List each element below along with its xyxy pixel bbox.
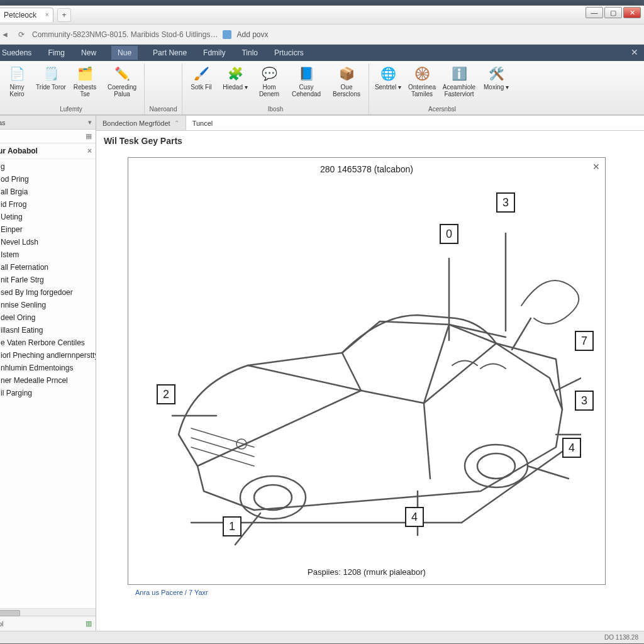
ribbon-tab-active[interactable]: Nue <box>111 46 138 60</box>
chevron-down-icon[interactable]: ⌃ <box>174 119 179 126</box>
sidebar-section[interactable]: ur Aobabol × <box>0 143 96 159</box>
sidebar-item[interactable]: all Feternation <box>0 261 96 274</box>
breadcrumb[interactable]: Community-5823NMG-8015. Maribids Stod-6 … <box>32 30 218 39</box>
sidebar-item[interactable]: nit Farle Strg <box>0 274 96 286</box>
content-tab[interactable]: Bondection Megrfödet ⌃ <box>96 116 186 130</box>
sidebar-item[interactable]: Nevel Ldsh <box>0 236 96 248</box>
status-bar: DO 1138.28 <box>0 631 644 643</box>
sidebar-item[interactable]: illasnl Eating <box>0 324 96 336</box>
minimize-button[interactable]: — <box>586 7 603 18</box>
window-controls: — ▢ ✕ <box>586 7 641 18</box>
sidebar-item[interactable]: od Pring <box>0 173 96 186</box>
callout-4a[interactable]: 4 <box>562 438 581 458</box>
ribbon-group-label: Lufemty <box>60 104 82 114</box>
ribbon-tab[interactable]: Fdmily <box>202 46 226 60</box>
ribbon-group-label: Ibosh <box>268 104 283 114</box>
sidebar-item[interactable]: all Brgia <box>0 186 96 198</box>
svg-line-15 <box>512 318 531 350</box>
maximize-button[interactable]: ▢ <box>604 7 622 18</box>
titlebar: Petcleock × + — ▢ ✕ <box>0 6 644 25</box>
pager-link[interactable]: Anra us Pacere / 7 Yaxr <box>128 585 628 602</box>
sidebar-item[interactable]: iorl Pneching andlernnperstty <box>0 349 96 362</box>
back-icon[interactable]: ◄ <box>0 29 11 40</box>
sidebar-item[interactable]: e Vaten Rerbore Centiles <box>0 336 96 349</box>
ribbon-button[interactable]: 💬Hom Denem <box>254 64 284 99</box>
ribbon-close-icon[interactable]: ✕ <box>631 47 638 57</box>
ribbon-tab[interactable]: New <box>80 46 97 60</box>
ribbon-tab[interactable]: Tinlo <box>240 46 259 60</box>
new-tab-button[interactable]: + <box>57 8 71 22</box>
content-search[interactable] <box>186 116 644 130</box>
content-tab-strip: Bondection Megrfödet ⌃ <box>96 116 644 131</box>
close-icon[interactable]: × <box>87 147 92 155</box>
ribbon: 📄Nimy Keiro 🗒️Tride Toror 🗂️Rebests Tse … <box>0 61 644 115</box>
sidebar-item[interactable]: sed By Img forgedoer <box>0 286 96 299</box>
callout-0[interactable]: 0 <box>440 224 458 244</box>
grid-icon[interactable]: ▦ <box>86 132 92 140</box>
ribbon-button[interactable]: 🗂️Rebests Tse <box>70 64 100 99</box>
comment-icon: 💬 <box>260 65 278 82</box>
svg-line-1 <box>462 447 569 523</box>
sidebar-item[interactable]: g <box>0 160 96 173</box>
book-icon: 📘 <box>297 65 315 82</box>
ribbon-button[interactable]: 📄Nimy Keiro <box>2 64 32 99</box>
brush-icon: 🖌️ <box>192 65 210 82</box>
sidebar-scrollbar[interactable] <box>0 608 96 616</box>
ribbon-group: 🖌️Sotk Fil 🧩Hiedad ▾ 💬Hom Denem 📘Cusy Ce… <box>182 64 369 114</box>
sidebar-item[interactable]: id Frrog <box>0 198 96 211</box>
sidebar-item[interactable]: deel Oring <box>0 311 96 324</box>
search-input[interactable] <box>192 119 638 127</box>
sidebar-item[interactable]: Istem <box>0 248 96 261</box>
ribbon-button[interactable]: 🖌️Sotk Fil <box>186 64 216 99</box>
panel-toggle-icon[interactable]: ▥ <box>86 619 92 628</box>
info-icon: ℹ️ <box>450 65 468 82</box>
ribbon-tab[interactable]: Part Nene <box>152 46 188 60</box>
callout-3b[interactable]: 3 <box>575 391 594 411</box>
ribbon-tab[interactable]: Fimg <box>47 46 66 60</box>
status-text: DO 1138.28 <box>604 634 638 641</box>
plus-icon: + <box>62 11 67 19</box>
chevron-down-icon[interactable]: ▾ <box>88 118 92 126</box>
ribbon-button[interactable]: 🛞Onterinea Tamiles <box>407 64 437 99</box>
close-button[interactable]: ✕ <box>623 7 641 18</box>
add-post-link[interactable]: Add povx <box>236 30 268 39</box>
sidebar-item[interactable]: nhlumin Edmentoings <box>0 362 96 374</box>
svg-point-5 <box>465 445 528 487</box>
parts-diagram[interactable]: ✕ 280 1465378 (talcabon) <box>128 157 606 585</box>
ribbon-button[interactable]: 🛠️Moxing ▾ <box>481 64 511 99</box>
tab-close-icon[interactable]: × <box>45 11 49 18</box>
note-icon: 🗒️ <box>42 65 60 82</box>
sidebar-item[interactable]: Einper <box>0 223 96 236</box>
ribbon-button[interactable]: ℹ️Aceamhiole Fasterviort <box>441 64 477 99</box>
ribbon-button[interactable]: ✏️Coereding Palua <box>104 64 140 99</box>
callout-3a[interactable]: 3 <box>496 192 515 213</box>
callout-7[interactable]: 7 <box>575 331 594 351</box>
sidebar-footer[interactable]: ol ▥ <box>0 616 96 631</box>
diagram-wrap: ✕ 280 1465378 (talcabon) <box>96 151 644 631</box>
reload-icon[interactable]: ⟳ <box>16 29 27 40</box>
ribbon-tab[interactable]: Suedens <box>1 46 33 60</box>
sidebar-item[interactable]: Ueting <box>0 211 96 223</box>
ribbon-tab[interactable]: Prtucicrs <box>273 46 305 60</box>
ribbon-button[interactable]: 🧩Hiedad ▾ <box>220 64 250 99</box>
callout-1[interactable]: 1 <box>223 516 242 536</box>
ribbon-button[interactable]: 📘Cusy Cehendad <box>288 64 325 99</box>
ribbon-group-label: Naeroand <box>150 104 177 114</box>
browser-tab[interactable]: Petcleock × <box>0 8 53 22</box>
svg-point-6 <box>477 453 515 479</box>
callout-2[interactable]: 2 <box>157 384 175 404</box>
ribbon-group: Naeroand <box>145 64 182 114</box>
sidebar-item[interactable]: ner Medealle Prncel <box>0 374 96 387</box>
sidebar-item[interactable]: il Parging <box>0 387 96 399</box>
sidebar-list[interactable]: god Pringall Brgiaid FrrogUetingEinperNe… <box>0 159 96 608</box>
ribbon-button[interactable]: 🌐Sentrtel ▾ <box>373 64 403 99</box>
ribbon-button[interactable]: 🗒️Tride Toror <box>36 64 66 99</box>
ribbon-button[interactable]: 📦Oue Bersclons <box>328 64 365 99</box>
sidebar-header[interactable]: as ▾ <box>0 116 96 130</box>
sidebar-item[interactable]: nnise Senling <box>0 299 96 311</box>
main-area: as ▾ t ▦ ur Aobabol × god Pringall Brgia… <box>0 115 644 631</box>
folder-icon: 🗂️ <box>76 65 94 82</box>
sidebar-subheader[interactable]: t ▦ <box>0 130 96 143</box>
tab-title: Petcleock <box>4 11 36 19</box>
callout-4b[interactable]: 4 <box>405 507 424 527</box>
